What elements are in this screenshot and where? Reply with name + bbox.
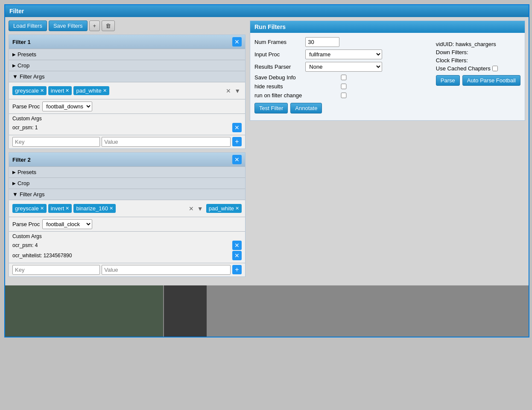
run-filters-title: Run Filters — [250, 21, 525, 33]
filter2-crop-row[interactable]: ▶ Crop — [9, 177, 245, 189]
parse-button[interactable]: Parse — [436, 75, 460, 86]
filter2-tags-down-btn[interactable]: ▼ — [196, 205, 205, 212]
add-filter-button[interactable]: + — [89, 20, 100, 31]
filter1-tag-invert[interactable]: invert ✕ — [48, 86, 72, 95]
filter2-tag-greyscale-remove[interactable]: ✕ — [40, 206, 44, 211]
filter2-tag-invert[interactable]: invert ✕ — [48, 204, 72, 213]
window-title: Filter — [5, 5, 529, 17]
video-thumb-2 — [164, 285, 207, 337]
run-on-filter-checkbox[interactable] — [305, 93, 382, 98]
hide-results-label: hide results — [254, 83, 302, 90]
results-parser-select[interactable]: None football_downs football_clock — [305, 62, 382, 72]
use-cached-checkbox[interactable] — [492, 66, 498, 71]
filter2-tag-invert-remove[interactable]: ✕ — [65, 206, 69, 211]
filter2-value-input[interactable] — [102, 265, 231, 275]
num-frames-label: Num Frames — [254, 39, 302, 45]
filter1-tag-pad_white[interactable]: pad_white ✕ — [73, 86, 109, 95]
run-filters-box: Run Filters Num Frames Input Proc fullfr… — [250, 20, 525, 121]
filter2-key-input[interactable] — [12, 265, 100, 275]
filter2-add-arg-button[interactable]: + — [232, 265, 242, 274]
filter1-parse-proc-select[interactable]: football_downs football_clock None — [42, 102, 92, 111]
filter2-arg-text-0: ocr_psm: 4 — [12, 242, 231, 248]
use-cached-label: Use Cached Chapters — [436, 65, 491, 72]
filter1-title: Filter 1 — [12, 39, 31, 45]
filter1-tags-x-btn[interactable]: ✕ — [225, 87, 232, 94]
filter1-header: Filter 1 ✕ — [9, 35, 245, 49]
video-area — [5, 285, 529, 337]
filter1-presets-arrow: ▶ — [12, 52, 16, 57]
filter2-tag-pad_white-label: pad_white — [209, 205, 234, 212]
filter2-args-header[interactable]: ▼ Filter Args — [9, 189, 245, 200]
filter1-tags-area: greyscale ✕ invert ✕ pad_white ✕ ✕ ▼ — [9, 82, 245, 99]
filter2-crop-label: Crop — [18, 180, 29, 186]
save-debug-checkbox[interactable] — [305, 75, 382, 80]
filter2-arg-text-1: ocr_whitelist: 1234567890 — [12, 253, 231, 259]
run-filters-right: vidUID: hawks_chargers Down Filters: Clo… — [427, 41, 520, 86]
filter1-tag-pad_white-remove[interactable]: ✕ — [103, 88, 107, 93]
run-filters-buttons: Test Filter Annotate — [254, 101, 424, 113]
filter2-presets-row[interactable]: ▶ Presets — [9, 166, 245, 177]
test-filter-button[interactable]: Test Filter — [254, 103, 288, 113]
filter2-arg-row-1: ocr_whitelist: 1234567890 ✕ — [12, 251, 242, 260]
filter1-tag-greyscale-label: greyscale — [15, 87, 39, 94]
annotate-button[interactable]: Annotate — [290, 103, 322, 113]
filter1-value-input[interactable] — [102, 137, 231, 147]
run-filters-content: Num Frames Input Proc fullframe crop non… — [250, 33, 525, 120]
filter2-key-value-row: + — [9, 263, 245, 276]
filter1-tag-invert-remove[interactable]: ✕ — [65, 88, 69, 93]
filter2-parse-proc-label: Parse Proc — [12, 221, 40, 227]
filter2-tags-controls: ✕ ▼ — [187, 205, 205, 212]
filter1-custom-args-title: Custom Args — [12, 116, 242, 122]
filter1-tags-controls: ✕ ▼ — [225, 87, 242, 94]
vid-uid-label: vidUID: hawks_chargers — [436, 41, 520, 47]
toolbar: Load Filters Save Filters + 🗑 — [9, 20, 246, 31]
down-filters-label: Down Filters: — [436, 49, 520, 55]
filter1-key-value-row: + — [9, 135, 245, 148]
filter2-arg-del-1[interactable]: ✕ — [232, 251, 242, 260]
auto-parse-football-button[interactable]: Auto Parse Football — [462, 75, 520, 86]
filter2-arg-del-0[interactable]: ✕ — [232, 241, 242, 250]
filter1-tag-greyscale[interactable]: greyscale ✕ — [12, 86, 47, 95]
load-filters-button[interactable]: Load Filters — [9, 20, 47, 31]
filter1-presets-label: Presets — [18, 51, 36, 58]
filter1-add-arg-button[interactable]: + — [232, 137, 242, 146]
filter1-crop-label: Crop — [18, 62, 29, 69]
filter2-tag-greyscale[interactable]: greyscale ✕ — [12, 204, 47, 213]
filter1-args-header[interactable]: ▼ Filter Args — [9, 71, 245, 82]
filter1-tag-invert-label: invert — [51, 87, 64, 94]
filter2-tag-pad_white-remove[interactable]: ✕ — [235, 206, 239, 211]
filter1-tag-greyscale-remove[interactable]: ✕ — [40, 88, 44, 93]
delete-filter-button[interactable]: 🗑 — [102, 20, 115, 31]
hide-results-checkbox[interactable] — [305, 84, 382, 89]
filter1-crop-row[interactable]: ▶ Crop — [9, 60, 245, 71]
filter2-crop-arrow: ▶ — [12, 181, 16, 186]
filter2-title: Filter 2 — [12, 157, 31, 163]
filter2-close-button[interactable]: ✕ — [232, 155, 242, 164]
input-proc-label: Input Proc — [254, 51, 302, 58]
filter1-arg-del-0[interactable]: ✕ — [232, 123, 242, 132]
filter2-tag-greyscale-label: greyscale — [15, 205, 39, 212]
filter1-presets-row[interactable]: ▶ Presets — [9, 49, 245, 60]
filter2-tag-binarize_160-remove[interactable]: ✕ — [109, 206, 113, 211]
filter2-tags-x-btn[interactable]: ✕ — [187, 205, 195, 212]
filter1-key-input[interactable] — [12, 137, 100, 147]
num-frames-input[interactable] — [305, 37, 339, 47]
filter1-tags-down-btn[interactable]: ▼ — [233, 87, 242, 94]
input-proc-select[interactable]: fullframe crop none — [305, 49, 382, 59]
clock-filters-label: Clock Filters: — [436, 57, 520, 64]
filter2-parse-proc-select[interactable]: football_clock football_downs None — [42, 219, 92, 229]
save-filters-button[interactable]: Save Filters — [49, 20, 88, 31]
filter1-tag-pad_white-label: pad_white — [76, 87, 101, 94]
filter1-parse-proc-label: Parse Proc — [12, 103, 40, 110]
filter2-tag-invert-label: invert — [51, 205, 64, 212]
filter1-arg-row-0: ocr_psm: 1 ✕ — [12, 123, 242, 132]
filter1-args-arrow: ▼ — [12, 73, 18, 80]
filter2-presets-arrow: ▶ — [12, 170, 16, 174]
filter2-box: Filter 2 ✕ ▶ Presets ▶ Crop ▼ Filter Arg… — [9, 152, 246, 277]
filter2-custom-args-section: Custom Args ocr_psm: 4 ✕ ocr_whitelist: … — [9, 231, 245, 263]
filter1-args-label: Filter Args — [20, 73, 45, 80]
filter2-tag-pad_white[interactable]: pad_white ✕ — [206, 204, 242, 213]
filter1-parse-row: Parse Proc football_downs football_clock… — [9, 99, 245, 113]
filter2-tag-binarize_160[interactable]: binarize_160 ✕ — [73, 204, 115, 213]
filter1-close-button[interactable]: ✕ — [232, 37, 242, 47]
